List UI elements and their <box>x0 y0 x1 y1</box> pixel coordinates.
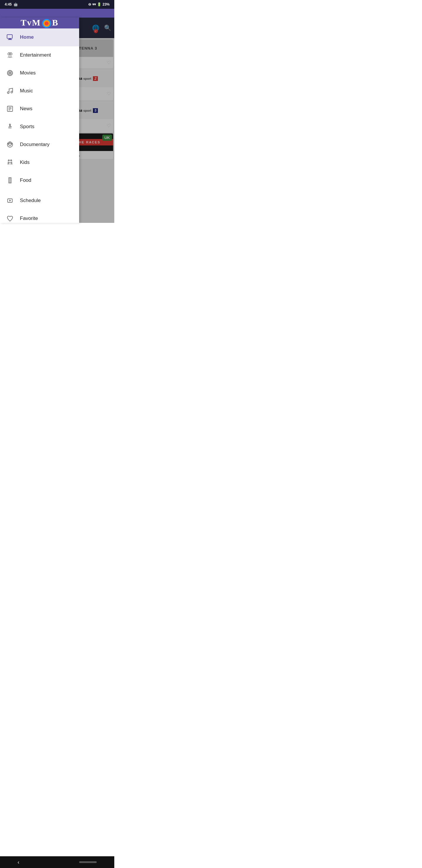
nav-label-home: Home <box>20 34 34 40</box>
nav-item-entertainment[interactable]: Entertainment <box>0 46 79 64</box>
news-icon <box>6 105 14 113</box>
svg-point-34 <box>10 160 12 161</box>
nav-item-kids[interactable]: Kids <box>0 154 79 172</box>
nav-item-food[interactable]: Food <box>0 172 79 189</box>
music-icon <box>6 87 14 95</box>
documentary-icon <box>6 141 14 149</box>
svg-line-18 <box>10 73 12 75</box>
svg-point-21 <box>7 92 9 94</box>
nav-label-food: Food <box>20 178 31 183</box>
status-bar: 4:45 🤖 ⊖ ▾▾ 🔋 23% <box>0 0 114 9</box>
android-icon: 🤖 <box>13 2 18 6</box>
battery-percent: 23% <box>103 2 109 6</box>
drawer-logo: TvM B <box>21 18 58 28</box>
svg-point-27 <box>9 124 10 125</box>
nav-label-music: Music <box>20 88 33 94</box>
nav-label-movies: Movies <box>20 70 36 76</box>
svg-line-19 <box>10 71 12 72</box>
battery-icon: 🔋 <box>97 2 101 6</box>
nav-item-schedule[interactable]: Schedule <box>0 192 79 210</box>
nav-item-news[interactable]: News <box>0 100 79 118</box>
status-time: 4:45 <box>5 2 12 6</box>
svg-rect-6 <box>7 35 12 38</box>
wifi-icon: ▾▾ <box>92 2 96 6</box>
drawer-scrim[interactable] <box>79 18 114 223</box>
nav-label-sports: Sports <box>20 124 34 130</box>
svg-point-5 <box>44 22 48 26</box>
svg-point-29 <box>9 144 11 146</box>
nav-item-movies[interactable]: Movies <box>0 64 79 82</box>
svg-point-32 <box>10 142 10 143</box>
home-icon <box>6 33 14 41</box>
nav-item-documentary[interactable]: Documentary <box>0 136 79 154</box>
movies-icon <box>6 69 14 77</box>
svg-point-30 <box>8 144 9 144</box>
nav-label-entertainment: Entertainment <box>20 52 51 58</box>
svg-point-22 <box>11 91 12 93</box>
entertainment-icon <box>6 51 14 59</box>
kids-icon <box>6 158 14 166</box>
nav-item-favorite[interactable]: Favorite <box>0 210 79 223</box>
svg-marker-41 <box>9 200 11 202</box>
nav-item-music[interactable]: Music <box>0 82 79 100</box>
nav-drawer: TvM B Home Entertain <box>0 18 79 223</box>
svg-point-33 <box>8 160 9 161</box>
svg-point-31 <box>11 144 12 144</box>
drawer-header: TvM B <box>0 18 79 28</box>
nav-label-documentary: Documentary <box>20 142 50 148</box>
nav-item-home[interactable]: Home <box>0 28 79 46</box>
svg-line-17 <box>8 71 9 72</box>
svg-point-12 <box>9 72 11 74</box>
do-not-disturb-icon: ⊖ <box>88 2 91 6</box>
nav-label-kids: Kids <box>20 159 30 165</box>
nav-label-favorite: Favorite <box>20 216 38 221</box>
nav-label-news: News <box>20 106 33 112</box>
nav-item-sports[interactable]: Sports <box>0 118 79 136</box>
sports-icon <box>6 123 14 131</box>
nav-label-schedule: Schedule <box>20 198 41 204</box>
schedule-icon <box>6 196 14 205</box>
svg-line-20 <box>8 73 9 75</box>
favorite-icon <box>6 214 14 223</box>
svg-rect-8 <box>8 39 12 40</box>
food-icon <box>6 176 14 184</box>
